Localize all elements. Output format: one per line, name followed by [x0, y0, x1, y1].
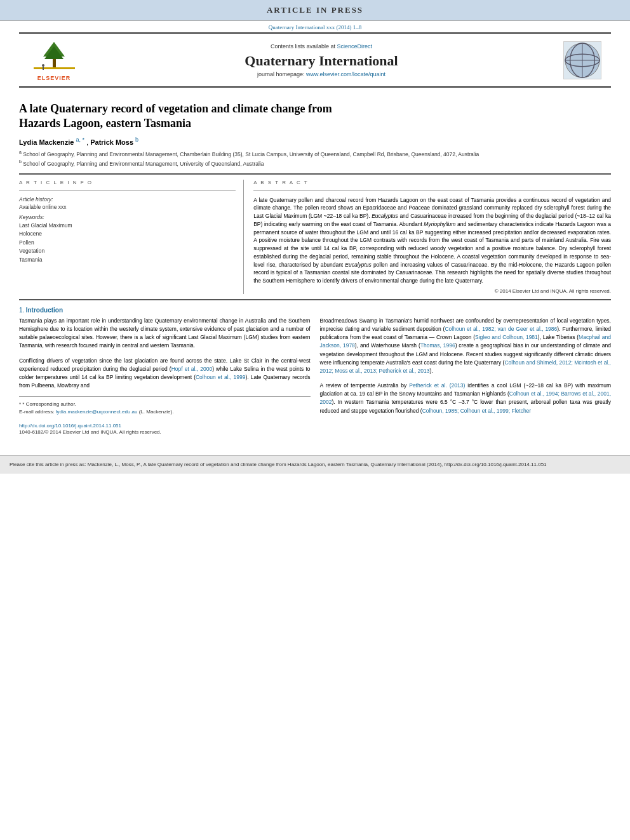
issn-line: 1040-6182/© 2014 Elsevier Ltd and INQUA.…: [19, 429, 311, 436]
keyword-lgm: Last Glacial Maximum: [19, 222, 236, 230]
footnote-email: E-mail address: lydia.mackenzie@uqconnec…: [19, 408, 311, 416]
abstract-eucalyptus2: Eucalyptus: [345, 262, 372, 268]
doi-url[interactable]: http://dx.doi.org/10.1016/j.quaint.2014.…: [19, 423, 121, 429]
history-value: Available online xxx: [19, 204, 236, 210]
journal-header-center: Contents lists available at ScienceDirec…: [83, 43, 560, 77]
affil-b-text: School of Geography, Planning and Enviro…: [23, 161, 264, 167]
abstract-myriophyllum: Myriophyllum: [424, 221, 455, 227]
quaternary-logo-icon: [564, 42, 601, 79]
journal-header: ELSEVIER Contents lists available at Sci…: [19, 32, 611, 88]
ref-colhoun1994[interactable]: Colhoun et al., 1994; Barrows et al., 20…: [320, 390, 612, 405]
ref-hopf[interactable]: Hopf et al., 2000: [171, 366, 212, 372]
elsevier-logo: ELSEVIER: [25, 39, 83, 81]
keyword-tasmania: Tasmania: [19, 256, 236, 265]
author-patrick-sup: b: [135, 137, 138, 143]
abstract-col: A B S T R A C T A late Quaternary pollen…: [253, 180, 611, 294]
intro-para3: Broadmeadows Swamp in Tasmania's humid n…: [320, 317, 612, 375]
copyright-line: © 2014 Elsevier Ltd and INQUA. All right…: [253, 288, 611, 294]
intro-section: 1. Introduction Tasmania plays an import…: [19, 307, 611, 436]
article-in-press-banner: ARTICLE IN PRESS: [0, 0, 630, 21]
keywords-list: Last Glacial Maximum Holocene Pollen Veg…: [19, 222, 236, 265]
journal-citation: Quaternary International xxx (2014) 1–8: [0, 21, 630, 32]
journal-logo-box: [563, 41, 601, 79]
homepage-line: journal homepage: www.elsevier.com/locat…: [83, 71, 560, 77]
info-divider: [19, 190, 236, 191]
article-title: A late Quaternary record of vegetation a…: [19, 102, 611, 131]
intro-title-text: Introduction: [26, 307, 63, 314]
bottom-citation-bar: Please cite this article in press as: Ma…: [0, 455, 630, 474]
divider-main: [19, 173, 611, 175]
intro-body: Tasmania plays an important role in unde…: [19, 317, 611, 436]
elsevier-text: ELSEVIER: [37, 75, 71, 81]
author-lydia: Lydia Mackenzie: [19, 138, 74, 145]
ref-thomas[interactable]: Thomas, 1996: [420, 342, 455, 349]
author-patrick: Patrick Moss: [90, 138, 133, 145]
footnote-email-addr[interactable]: lydia.mackenzie@uqconnect.edu.au: [56, 409, 138, 415]
homepage-prefix: journal homepage:: [257, 71, 306, 77]
article-info-abstract: A R T I C L E I N F O Article history: A…: [19, 180, 611, 294]
intro-heading: 1. Introduction: [19, 307, 611, 314]
sciencedirect-link[interactable]: ScienceDirect: [337, 43, 373, 50]
footnote-corresponding-label: * Corresponding author.: [22, 401, 76, 407]
affil-a-text: School of Geography, Planning and Enviro…: [23, 151, 479, 157]
keyword-vegetation: Vegetation: [19, 247, 236, 256]
affiliations: a School of Geography, Planning and Envi…: [19, 149, 611, 168]
ref-sigleo[interactable]: Sigleo and Colhoun, 1981: [475, 334, 538, 340]
sciencedirect-line: Contents lists available at ScienceDirec…: [83, 43, 560, 50]
intro-para4: A review of temperate Australia by Pethe…: [320, 382, 612, 415]
intro-para2: Conflicting drivers of vegetation since …: [19, 357, 311, 390]
keywords-label: Keywords:: [19, 214, 236, 220]
affil-b: b School of Geography, Planning and Envi…: [19, 159, 611, 168]
article-info-col: A R T I C L E I N F O Article history: A…: [19, 180, 244, 294]
elsevier-tree-icon: [30, 39, 78, 74]
article-info-heading: A R T I C L E I N F O: [19, 180, 236, 185]
bottom-citation-text: Please cite this article in press as: Ma…: [10, 462, 547, 467]
abstract-divider: [253, 190, 611, 191]
ref-colhoun1999[interactable]: Colhoun et al., 1999: [196, 374, 245, 380]
ref-colhoun1982[interactable]: Colhoun et al., 1982; van de Geer et al.…: [445, 326, 557, 332]
svg-rect-0: [34, 67, 75, 69]
authors-line: Lydia Mackenzie a, * , Patrick Moss b: [19, 137, 611, 146]
footnote-area: * * Corresponding author. E-mail address…: [19, 396, 311, 436]
svg-point-4: [42, 64, 44, 67]
affil-a: a School of Geography, Planning and Envi…: [19, 149, 611, 159]
author-lydia-sup: a, *: [76, 137, 84, 143]
keyword-pollen: Pollen: [19, 239, 236, 248]
footnote-email-label: E-mail address:: [19, 409, 56, 415]
journal-name: Quaternary International: [83, 53, 560, 69]
keyword-holocene: Holocene: [19, 230, 236, 239]
affil-a-label: a: [19, 150, 22, 154]
intro-para1: Tasmania plays an important role in unde…: [19, 317, 311, 350]
article-content: A late Quaternary record of vegetation a…: [19, 88, 611, 449]
abstract-text: A late Quaternary pollen and charcoal re…: [253, 196, 611, 285]
intro-col-left: Tasmania plays an important role in unde…: [19, 317, 311, 436]
homepage-url[interactable]: www.elsevier.com/locate/quaint: [306, 71, 385, 77]
abstract-eucalyptus: Eucalyptus: [372, 213, 398, 219]
footnote-email-suffix: (L. Mackenzie).: [139, 409, 174, 415]
footnote-corresponding: * * Corresponding author.: [19, 401, 311, 408]
abstract-heading: A B S T R A C T: [253, 180, 611, 185]
history-label: Article history:: [19, 196, 236, 203]
ref-colhoun1985[interactable]: Colhoun, 1985; Colhoun et al., 1999; Fle…: [422, 408, 532, 414]
journal-logo-right: [560, 41, 605, 79]
svg-rect-1: [53, 58, 56, 67]
ref-colhoun2012[interactable]: Colhoun and Shimeld, 2012; McIntosh et a…: [320, 359, 611, 374]
article-title-text: A late Quaternary record of vegetation a…: [19, 102, 332, 130]
ref-macphail[interactable]: Macphail and Jackson, 1978: [320, 334, 612, 349]
svg-rect-5: [43, 67, 44, 70]
ref-petherick2013[interactable]: Petherick et al. (2013): [409, 382, 465, 389]
intro-col-right: Broadmeadows Swamp in Tasmania's humid n…: [320, 317, 612, 436]
intro-number: 1.: [19, 307, 24, 314]
affil-b-label: b: [19, 159, 22, 164]
doi-line: http://dx.doi.org/10.1016/j.quaint.2014.…: [19, 422, 311, 429]
divider-body: [19, 299, 611, 300]
sciencedirect-prefix: Contents lists available at: [271, 43, 337, 50]
